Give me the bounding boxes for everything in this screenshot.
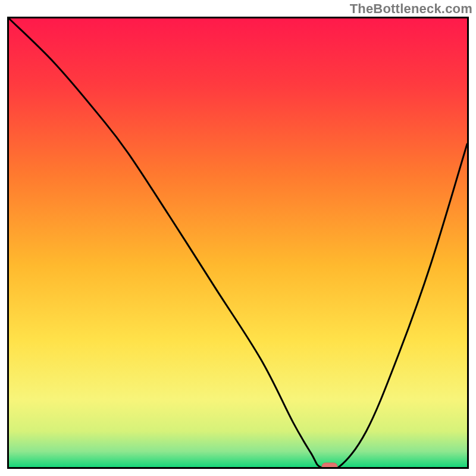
watermark-text: TheBottleneck.com — [350, 1, 472, 17]
chart-svg — [7, 17, 469, 469]
chart-background — [9, 18, 467, 467]
bottleneck-chart: TheBottleneck.com — [0, 0, 476, 476]
